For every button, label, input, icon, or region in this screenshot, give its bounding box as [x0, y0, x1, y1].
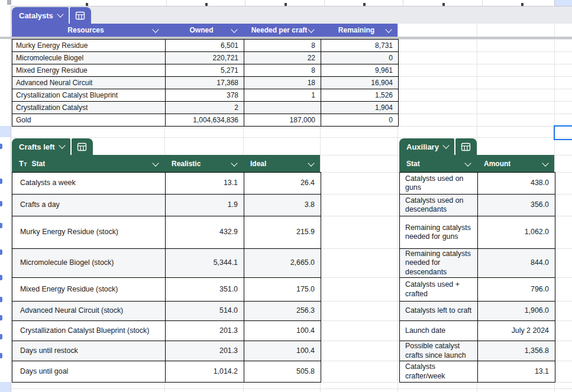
table-cell[interactable]: Gold: [12, 114, 165, 126]
table-cell[interactable]: Remaining catalysts needed for descendan…: [400, 249, 477, 277]
table-tab-crafts-left[interactable]: Crafts left: [12, 138, 93, 155]
table-cell[interactable]: 100.4: [244, 321, 321, 341]
table-cell[interactable]: 844.0: [477, 249, 555, 277]
table-cell[interactable]: 1,904: [321, 102, 398, 114]
table-cell[interactable]: 220,721: [165, 52, 244, 64]
table-cell[interactable]: 0: [321, 52, 398, 64]
table-cell[interactable]: 8,731: [321, 40, 398, 51]
table-grid-icon-button[interactable]: [70, 7, 91, 24]
table-tab-catalysts[interactable]: Catalysts: [12, 7, 91, 24]
table-cell[interactable]: 215.9: [244, 216, 321, 248]
table-cell[interactable]: Launch date: [400, 321, 477, 341]
table-cell[interactable]: 378: [165, 89, 244, 101]
text-column-type-icon: TT: [19, 160, 27, 167]
table-cell[interactable]: Days until goal: [12, 361, 165, 382]
column-header-resources[interactable]: Resources: [12, 24, 164, 37]
table-cell[interactable]: 175.0: [244, 278, 321, 301]
table-cell[interactable]: 13.1: [165, 173, 244, 194]
table-cell[interactable]: 5,271: [165, 64, 244, 76]
table-cell[interactable]: 351.0: [165, 278, 244, 301]
table-cell[interactable]: July 2 2024: [477, 321, 555, 341]
highlighted-cell[interactable]: [554, 0, 572, 6]
table-cell[interactable]: 438.0: [477, 173, 555, 194]
table-grid-icon-button[interactable]: [72, 138, 93, 155]
table-cell[interactable]: Catalysts used on guns: [400, 173, 477, 194]
table-cell[interactable]: 201.3: [165, 321, 244, 341]
table-cell[interactable]: Catalysts a week: [12, 173, 165, 194]
column-header-needed-per-craft[interactable]: Needed per craft: [243, 24, 320, 37]
table-cell[interactable]: 2,665.0: [244, 249, 321, 277]
table-cell[interactable]: 18: [244, 77, 321, 89]
table-cell[interactable]: Crystallization Catalyst Blueprint (stoc…: [12, 321, 165, 341]
table-cell[interactable]: 1,014.2: [165, 361, 244, 382]
table-cell[interactable]: Remaining catalysts needed for guns: [400, 216, 477, 248]
table-cell[interactable]: Advanced Neural Circuit (stock): [12, 302, 165, 320]
table-cell[interactable]: 1.9: [165, 195, 244, 216]
table-cell[interactable]: Possible catalyst crafts since launch: [400, 341, 477, 361]
row-header-gutter[interactable]: [0, 6, 11, 392]
table-cell[interactable]: Murky Energy Residue: [12, 40, 165, 51]
column-header-stat[interactable]: Stat: [399, 155, 477, 172]
table-cell[interactable]: 5,344.1: [165, 249, 244, 277]
table-cell[interactable]: 100.4: [244, 341, 321, 361]
table-cell[interactable]: 16,904: [321, 77, 398, 89]
table-cell[interactable]: Catalysts used + crafted: [400, 278, 477, 301]
table-cell[interactable]: 1,526: [321, 89, 398, 101]
table-cell[interactable]: 432.9: [165, 216, 244, 248]
row-number-fragment: [0, 297, 2, 302]
table-cell[interactable]: 1,004,634,836: [165, 114, 244, 126]
table-grid-icon-button[interactable]: [455, 138, 477, 155]
table-cell[interactable]: Micromolecule Biogel (stock): [12, 249, 165, 277]
column-header-owned[interactable]: Owned: [164, 24, 243, 37]
table-cell[interactable]: Crystallization Catalyst Blueprint: [12, 89, 165, 101]
table-cell[interactable]: 1,062.0: [477, 216, 555, 248]
filter-chevron-icon: [308, 160, 314, 166]
table-grid-icon: [75, 11, 85, 20]
table-cell[interactable]: 505.8: [244, 361, 321, 382]
table-cell[interactable]: Micromolecule Biogel: [12, 52, 165, 64]
table-cell[interactable]: 8: [244, 64, 321, 76]
table-cell[interactable]: 256.3: [244, 302, 321, 320]
column-header-ideal[interactable]: Ideal: [243, 155, 320, 172]
table-cell[interactable]: Crystallization Catalyst: [12, 102, 165, 114]
table-row: Gold1,004,634,836187,0000: [12, 114, 398, 126]
table-cell[interactable]: 13.1: [477, 361, 555, 382]
table-cell[interactable]: [244, 102, 321, 114]
table-cell[interactable]: 187,000: [244, 114, 321, 126]
table-cell[interactable]: 514.0: [165, 302, 244, 320]
selected-cell[interactable]: [554, 125, 572, 140]
table-tab-label: Catalysts: [19, 11, 53, 20]
table-cell[interactable]: Murky Energy Residue (stock): [12, 216, 165, 248]
table-cell[interactable]: 3.8: [244, 195, 321, 216]
table-cell[interactable]: Catalysts left to craft: [400, 302, 477, 320]
table-cell[interactable]: Mixed Energy Residue (stock): [12, 278, 165, 301]
table-cell[interactable]: 356.0: [477, 195, 555, 216]
table-cell[interactable]: 1,356.8: [477, 341, 555, 361]
column-header-stat[interactable]: TTStat: [12, 155, 164, 172]
table-cell[interactable]: 1,906.0: [477, 302, 555, 320]
table-cell[interactable]: 17,368: [165, 77, 244, 89]
table-cell[interactable]: 201.3: [165, 341, 244, 361]
cell-border: [482, 0, 483, 6]
table-cell[interactable]: 26.4: [244, 173, 321, 194]
frozen-pane-handle[interactable]: [7, 0, 11, 5]
table-cell[interactable]: Catalysts crafter/week: [400, 361, 477, 382]
table-cell[interactable]: 2: [165, 102, 244, 114]
column-header-remaining[interactable]: Remaining: [320, 24, 398, 37]
table-cell[interactable]: 0: [321, 114, 398, 126]
table-cell[interactable]: 22: [244, 52, 321, 64]
table-cell[interactable]: Days until restock: [12, 341, 165, 361]
table-cell[interactable]: Mixed Energy Residue: [12, 64, 165, 76]
table-cell[interactable]: Advanced Neural Circuit: [12, 77, 165, 89]
column-header-amount[interactable]: Amount: [477, 155, 554, 172]
table-cell[interactable]: Catalysts used on descendants: [400, 195, 477, 216]
table-cell[interactable]: Crafts a day: [12, 195, 165, 216]
table-cell[interactable]: 8: [244, 40, 321, 51]
gridline: [0, 137, 572, 138]
table-tab-auxiliary[interactable]: Auxiliary: [399, 138, 477, 155]
table-cell[interactable]: 1: [244, 89, 321, 101]
table-cell[interactable]: 6,501: [165, 40, 244, 51]
table-cell[interactable]: 9,961: [321, 64, 398, 76]
table-cell[interactable]: 796.0: [477, 278, 555, 301]
column-header-realistic[interactable]: Realistic: [164, 155, 243, 172]
